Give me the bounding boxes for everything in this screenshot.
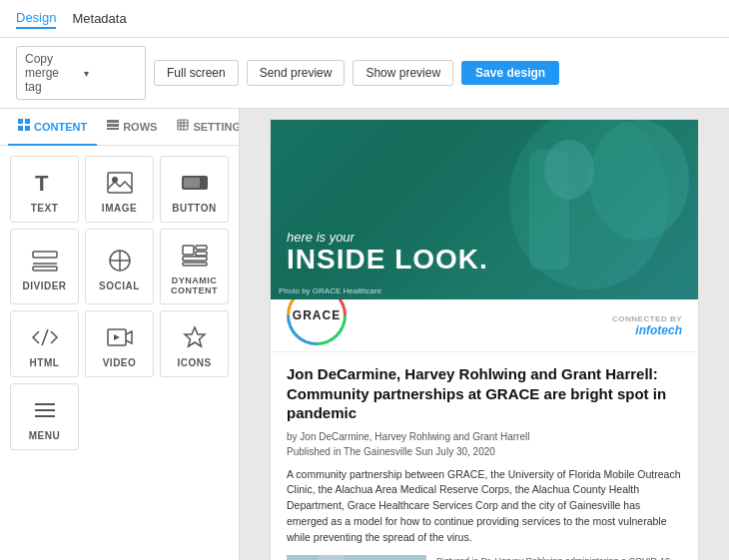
svg-rect-1 [25, 119, 30, 124]
right-panel: here is your INSIDE LOOK. Photo by GRACE… [240, 109, 729, 560]
content-item-menu[interactable]: MENU [10, 383, 79, 450]
article-img-inner [287, 555, 426, 560]
divider-icon [31, 247, 59, 275]
toolbar: Copy merge tag ▾ Full screen Send previe… [0, 38, 729, 109]
svg-rect-25 [196, 246, 207, 250]
icons-icon [183, 323, 207, 351]
svg-rect-20 [33, 267, 57, 271]
content-item-html[interactable]: HTML [10, 310, 79, 377]
article-content: Jon DeCarmine, Harvey Rohlwing and Grant… [271, 352, 698, 560]
text-icon: T [31, 169, 59, 197]
svg-rect-24 [183, 246, 194, 255]
connected-by: CONNECTED BY infotech [612, 314, 682, 337]
content-item-video[interactable]: VIDEO [85, 310, 154, 377]
svg-rect-5 [107, 124, 119, 127]
settings-icon [177, 119, 189, 134]
html-icon [31, 323, 59, 351]
menu-icon [31, 396, 59, 424]
svg-text:T: T [35, 171, 49, 196]
tab-content[interactable]: CONTENT [8, 109, 97, 146]
article-byline: by Jon DeCarmine, Harvey Rohlwing and Gr… [287, 431, 682, 442]
svg-rect-7 [178, 120, 188, 130]
photo-credit: Photo by GRACE Healthcare [279, 286, 381, 295]
chevron-down-icon: ▾ [84, 68, 137, 79]
button-icon [181, 169, 209, 197]
svg-rect-16 [184, 178, 200, 188]
svg-rect-6 [107, 128, 119, 130]
svg-marker-31 [114, 334, 120, 340]
svg-line-29 [42, 329, 48, 345]
dynamic-content-icon [181, 242, 209, 270]
article-secondary-image [287, 555, 426, 560]
tab-bar: CONTENT ROWS SETTINGS [0, 109, 239, 146]
svg-rect-18 [33, 252, 57, 258]
content-grid: T TEXT IMAGE [0, 146, 239, 460]
svg-rect-3 [25, 126, 30, 131]
show-preview-button[interactable]: Show preview [353, 60, 453, 86]
svg-marker-32 [185, 327, 205, 346]
svg-point-43 [318, 555, 346, 560]
svg-rect-2 [18, 126, 23, 131]
tab-settings[interactable]: SETTINGS [167, 109, 240, 146]
fullscreen-button[interactable]: Full screen [154, 60, 239, 86]
merge-tag-select[interactable]: Copy merge tag ▾ [16, 46, 146, 100]
video-icon [106, 323, 134, 351]
svg-rect-26 [196, 252, 207, 256]
grid-icon [18, 119, 30, 134]
svg-point-38 [589, 120, 689, 240]
main-layout: CONTENT ROWS SETTINGS [0, 109, 729, 560]
left-panel: CONTENT ROWS SETTINGS [0, 109, 240, 560]
article-image-row: Pictured is Dr. Harvey Rohlwing administ… [287, 555, 682, 560]
svg-rect-4 [107, 120, 119, 123]
save-design-button[interactable]: Save design [461, 61, 559, 85]
content-item-text[interactable]: T TEXT [10, 156, 79, 223]
hero-text: here is your INSIDE LOOK. [287, 230, 488, 276]
svg-rect-13 [108, 173, 132, 193]
content-item-image[interactable]: IMAGE [85, 156, 154, 223]
article-caption: Pictured is Dr. Harvey Rohlwing administ… [436, 555, 682, 560]
content-item-social[interactable]: SOCIAL [85, 229, 154, 304]
social-icon [108, 247, 132, 275]
menu-metadata[interactable]: Metadata [72, 9, 126, 28]
content-item-divider[interactable]: DIVIDER [10, 229, 79, 304]
grace-logo-area: GRACE CONNECTED BY infotech [271, 299, 698, 352]
svg-rect-27 [183, 257, 207, 261]
content-item-icons[interactable]: ICONS [160, 310, 229, 377]
content-item-button[interactable]: BUTTON [160, 156, 229, 223]
content-item-dynamic[interactable]: DYNAMIC CONTENT [160, 229, 229, 304]
article-caption-area: Pictured is Dr. Harvey Rohlwing administ… [436, 555, 682, 560]
hero-image: here is your INSIDE LOOK. Photo by GRACE… [271, 120, 698, 299]
send-preview-button[interactable]: Send preview [247, 60, 346, 86]
svg-rect-28 [183, 263, 207, 266]
image-icon [106, 169, 134, 197]
top-menu: Design Metadata [0, 0, 729, 38]
svg-point-40 [544, 140, 594, 200]
svg-rect-41 [287, 555, 426, 560]
svg-rect-0 [18, 119, 23, 124]
article-published: Published in The Gainesville Sun July 30… [287, 446, 682, 457]
email-preview: here is your INSIDE LOOK. Photo by GRACE… [270, 119, 699, 560]
article-body1: A community partnership between GRACE, t… [287, 467, 682, 546]
rows-icon [107, 119, 119, 134]
menu-design[interactable]: Design [16, 8, 56, 29]
tab-rows[interactable]: ROWS [97, 109, 167, 146]
article-title: Jon DeCarmine, Harvey Rohlwing and Grant… [287, 364, 682, 423]
